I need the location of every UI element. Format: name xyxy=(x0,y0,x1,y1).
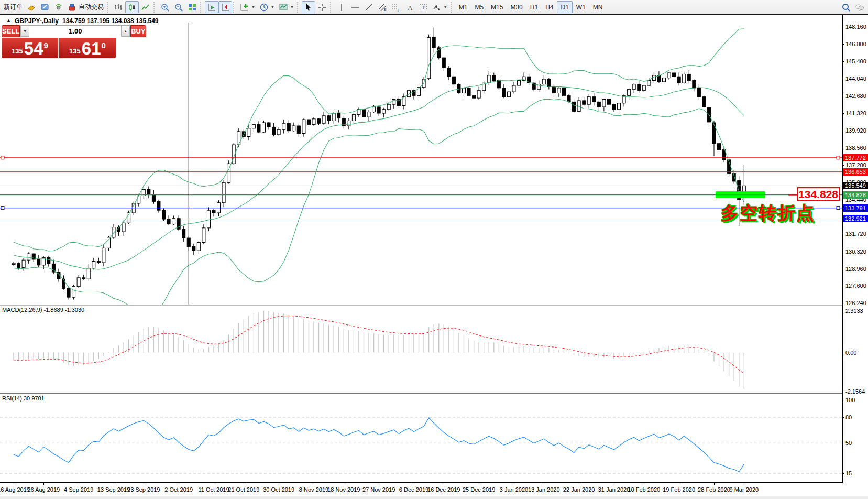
date-label[interactable]: 16 Dec 2019 xyxy=(424,486,464,493)
timeframe-m30-button[interactable]: M30 xyxy=(507,1,526,13)
timeframe-h4-button-label: H4 xyxy=(545,4,553,11)
timeframe-w1-button[interactable]: W1 xyxy=(573,1,589,13)
candlestick-chart-button[interactable] xyxy=(125,1,139,13)
text-label-button[interactable]: T xyxy=(416,1,430,13)
channel-icon: E xyxy=(378,3,387,12)
sell-button[interactable]: SELL xyxy=(2,25,20,37)
crosshair-button[interactable] xyxy=(315,1,329,13)
rsi-window[interactable] xyxy=(0,394,842,482)
line-handle[interactable] xyxy=(1,207,4,210)
cursor-button[interactable] xyxy=(302,1,315,13)
collapse-subwindow-icon[interactable]: ▲ xyxy=(6,18,11,25)
buy-button[interactable]: BUY xyxy=(130,25,146,37)
timeframe-d1-button[interactable]: D1 xyxy=(557,1,572,13)
new-order-button[interactable]: 新订单 xyxy=(2,1,25,13)
date-label[interactable]: 18 Nov 2019 xyxy=(324,486,364,493)
bar-chart-button[interactable] xyxy=(112,1,125,13)
horizontal-line-button[interactable] xyxy=(348,1,362,13)
vertical-line-button[interactable] xyxy=(335,1,348,13)
arrows-button[interactable]: ▼ xyxy=(430,1,449,13)
timeframe-h1-button-label: H1 xyxy=(530,4,538,11)
gold-bar-icon xyxy=(27,3,36,12)
indicators-icon xyxy=(240,3,249,12)
date-tick-mark xyxy=(179,483,179,485)
timeframe-m5-button[interactable]: M5 xyxy=(471,1,487,13)
candlestick-chart xyxy=(0,15,842,305)
price-tick-label: 130.320 xyxy=(845,248,866,255)
timeframe-m30-button-label: M30 xyxy=(510,4,522,11)
fibonacci-button[interactable]: F xyxy=(389,1,403,13)
price-tick-label: 131.720 xyxy=(845,231,866,237)
line-handle[interactable] xyxy=(837,207,840,210)
macd-window[interactable] xyxy=(0,306,842,393)
macd-label: MACD(12,26,9) -1.8689 -1.3030 xyxy=(2,307,84,313)
new-chart-button[interactable] xyxy=(25,1,38,13)
line-handle[interactable] xyxy=(1,156,4,159)
date-label[interactable]: 22 Jan 2020 xyxy=(559,486,599,493)
line-handle[interactable] xyxy=(837,156,840,159)
tile-windows-button[interactable] xyxy=(185,1,199,13)
date-label[interactable]: 21 Oct 2019 xyxy=(224,486,263,493)
timeframe-h1-button[interactable]: H1 xyxy=(526,1,542,13)
autotrading-button[interactable]: 自动交易 xyxy=(65,1,106,13)
label-icon: T xyxy=(419,3,428,12)
zoom-out-button[interactable] xyxy=(172,1,185,13)
timeframe-mn-button[interactable]: MN xyxy=(589,1,607,13)
chart-shift-button[interactable] xyxy=(218,1,232,13)
indicators-button[interactable]: ▼ xyxy=(238,1,257,13)
date-label[interactable]: 27 Nov 2019 xyxy=(359,486,399,493)
date-tick-mark xyxy=(514,483,514,485)
date-label[interactable]: 30 Oct 2019 xyxy=(259,486,299,493)
date-label[interactable]: 2 Oct 2019 xyxy=(159,486,199,493)
date-label[interactable]: 9 Mar 2020 xyxy=(724,486,764,493)
timeframe-m1-button[interactable]: M1 xyxy=(455,1,471,13)
dropdown-caret-icon[interactable]: ▼ xyxy=(444,5,447,9)
macd-chart xyxy=(0,306,842,393)
signals-button[interactable] xyxy=(52,1,65,13)
volume-increase-button[interactable]: ▲ xyxy=(121,26,130,37)
text-button[interactable]: A xyxy=(403,1,416,13)
timeframe-m15-button[interactable]: M15 xyxy=(487,1,507,13)
timeframe-h4-button[interactable]: H4 xyxy=(542,1,557,13)
metaeditor-button[interactable] xyxy=(38,1,52,13)
chat-button[interactable] xyxy=(853,1,866,13)
dropdown-caret-icon[interactable]: ▼ xyxy=(271,5,274,9)
search-button[interactable] xyxy=(839,1,853,13)
volume-input[interactable] xyxy=(29,26,121,37)
auto-scroll-button[interactable] xyxy=(205,1,218,13)
equidistant-channel-button[interactable]: E xyxy=(376,1,389,13)
line-chart-button[interactable] xyxy=(139,1,152,13)
price-axis[interactable]: 148.160146.800145.400144.040142.680141.3… xyxy=(842,15,868,483)
dropdown-caret-icon[interactable]: ▼ xyxy=(251,5,255,9)
price-callout-label[interactable]: 134.828 xyxy=(797,187,840,201)
sell-price-display[interactable]: 135 54 9 xyxy=(2,38,58,58)
date-label[interactable]: 10 Feb 2020 xyxy=(624,486,664,493)
date-label[interactable]: 19 Feb 2020 xyxy=(659,486,699,493)
macd-histogram xyxy=(14,311,744,389)
main-chart-window[interactable] xyxy=(0,15,842,305)
buy-price-display[interactable]: 135 61 0 xyxy=(59,38,116,58)
turning-point-annotation[interactable]: 多空转折点 xyxy=(721,201,815,225)
date-label[interactable]: 26 Aug 2019 xyxy=(24,486,63,493)
date-label[interactable]: 23 Sep 2019 xyxy=(124,486,163,493)
axis-tick-mark xyxy=(843,148,844,148)
templates-button[interactable]: ▼ xyxy=(277,1,296,13)
date-label[interactable]: 25 Dec 2019 xyxy=(459,486,499,493)
price-badge-136.653: 136.653 xyxy=(843,168,868,176)
price-tick-label: 142.680 xyxy=(845,93,866,99)
axis-tick-mark xyxy=(843,131,844,131)
crosshair-icon xyxy=(317,3,327,12)
date-label[interactable]: 4 Sep 2019 xyxy=(59,486,98,493)
date-tick-mark xyxy=(379,483,379,485)
date-label[interactable]: 13 Jan 2020 xyxy=(524,486,564,493)
zoom-in-button[interactable] xyxy=(158,1,172,13)
rsi-chart xyxy=(0,394,842,482)
date-tick-mark xyxy=(214,483,214,485)
periods-button[interactable]: ▼ xyxy=(257,1,277,13)
dropdown-caret-icon[interactable]: ▼ xyxy=(290,5,294,9)
volume-decrease-button[interactable]: ▼ xyxy=(20,26,29,37)
date-axis[interactable]: 16 Aug 201926 Aug 20194 Sep 201913 Sep 2… xyxy=(0,483,842,496)
trendline-button[interactable] xyxy=(362,1,376,13)
shapes-icon xyxy=(432,3,442,12)
auto-scroll-icon xyxy=(207,3,216,12)
